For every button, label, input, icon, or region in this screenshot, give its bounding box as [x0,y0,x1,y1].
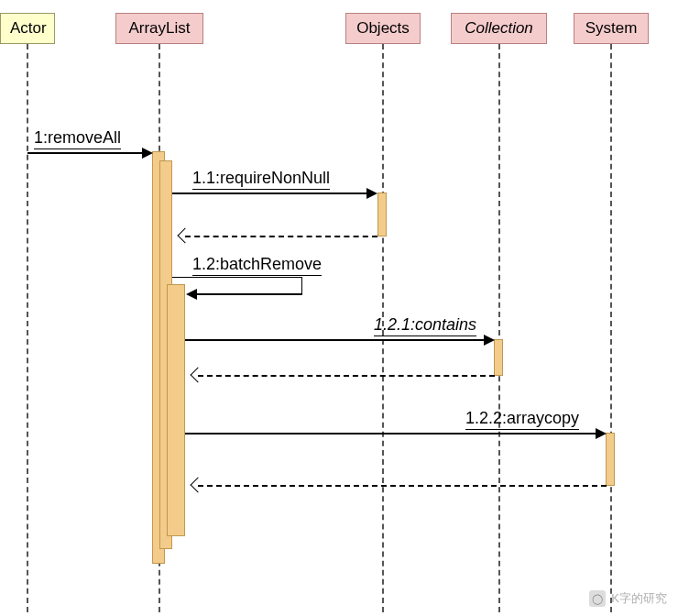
return-contains-arrowhead [191,368,206,383]
participant-system-label: System [585,19,638,37]
participant-actor-label: Actor [10,19,47,37]
participant-collection: Collection [451,13,547,44]
participant-actor: Actor [0,13,55,44]
wechat-icon: ◯ [589,590,606,607]
return-requirenonnull-arrowhead [178,228,193,244]
lifeline-actor [27,44,28,612]
return-arraycopy-arrow [198,485,607,487]
lifeline-system [610,44,612,612]
participant-objects: Objects [345,13,421,44]
participant-system: System [574,13,649,44]
msg-removeall-arrowhead [142,148,153,159]
msg-removeall-arrow [27,152,151,154]
return-arraycopy-arrowhead [191,478,206,493]
msg-arraycopy-arrowhead [596,428,607,439]
msg-batchremove-arrowhead [186,289,197,300]
return-contains-arrow [198,375,495,377]
activation-objects [377,192,387,236]
msg-batchremove-loop-bottom [188,293,302,295]
return-requirenonnull-arrow [185,236,377,237]
msg-removeall-label: 1:removeAll [34,128,121,149]
msg-contains-arrowhead [484,335,495,346]
watermark-text: K字的研究 [611,590,667,607]
participant-collection-label: Collection [465,19,533,37]
msg-requirenonnull-label: 1.1:requireNonNull [192,169,330,190]
msg-arraycopy-arrow [185,433,605,434]
participant-objects-label: Objects [356,19,410,37]
watermark: ◯ K字的研究 [589,590,667,607]
msg-arraycopy-label: 1.2.2:arraycopy [465,409,579,430]
activation-system [606,433,615,486]
msg-contains-label: 1.2.1:contains [374,315,476,336]
msg-requirenonnull-arrowhead [366,188,377,199]
activation-arraylist-batch [167,284,185,536]
participant-arraylist-label: ArrayList [128,19,190,37]
msg-requirenonnull-arrow [172,192,376,194]
lifeline-collection [498,44,500,612]
msg-batchremove-label: 1.2:batchRemove [192,255,322,276]
participant-arraylist: ArrayList [115,13,203,44]
activation-collection [494,339,503,376]
msg-contains-arrow [185,339,493,341]
